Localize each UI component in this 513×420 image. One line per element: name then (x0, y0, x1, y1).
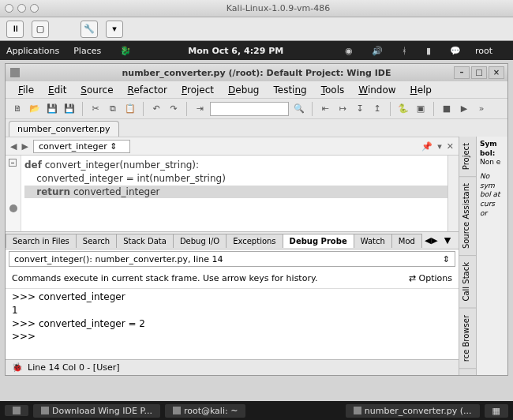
menu-debug[interactable]: Debug (222, 83, 265, 97)
menu-edit[interactable]: Edit (42, 83, 73, 97)
menu-testing[interactable]: Testing (267, 83, 313, 97)
task-wingide[interactable]: number_converter.py (... (346, 404, 480, 418)
code-editor[interactable]: – def convert_integer(number_string): co… (6, 156, 459, 231)
open-icon[interactable]: 📂 (28, 102, 42, 116)
dropdown-button[interactable]: ▾ (106, 21, 123, 38)
symbol-note: No sym bol at curs or (480, 172, 504, 218)
tabs-menu-icon[interactable]: ▼ (441, 235, 454, 246)
stop-icon[interactable]: ■ (440, 102, 454, 116)
status-bar: 🐞 Line 14 Col 0 - [User] (6, 359, 459, 375)
menu-bar: File Edit Source Refactor Project Debug … (6, 81, 507, 99)
recorder-icon[interactable]: ◉ (345, 46, 353, 56)
tab-modules[interactable]: Mod (391, 234, 422, 248)
clock[interactable]: Mon Oct 6, 4:29 PM (188, 46, 283, 56)
new-file-icon[interactable]: 🗎 (10, 102, 24, 116)
tab-debug-probe[interactable]: Debug Probe (283, 234, 354, 248)
volume-icon[interactable]: 🔊 (372, 46, 383, 56)
symbol-info-panel: Sym bol: Non e No sym bol at curs or (476, 137, 507, 375)
menu-window[interactable]: Window (352, 83, 402, 97)
more-icon[interactable]: » (474, 102, 489, 116)
bluetooth-icon[interactable]: ᚼ (402, 46, 407, 56)
cut-icon[interactable]: ✂ (88, 102, 103, 116)
debug-console[interactable]: >>> converted_integer 1 >>> converted_in… (6, 288, 459, 359)
save-all-icon[interactable]: 💾 (62, 102, 77, 116)
breakpoint-marker[interactable] (9, 204, 17, 212)
menu-project[interactable]: Project (175, 83, 220, 97)
side-tab-project[interactable]: Project (459, 137, 476, 177)
step-into-icon[interactable]: ↧ (353, 102, 367, 116)
redo-icon[interactable]: ↷ (167, 102, 181, 116)
wing-ide-window: number_converter.py (/root): Default Pro… (5, 63, 508, 376)
battery-icon[interactable]: ▮ (426, 46, 431, 56)
side-tab-call-stack[interactable]: Call Stack (459, 256, 476, 309)
tab-search-in-files[interactable]: Search in Files (6, 234, 77, 248)
symbol-value: Non e (480, 158, 504, 167)
toolbar: 🗎 📂 💾 💾 ✂ ⧉ 📋 ↶ ↷ ⇥ 🔍 ⇤ ↦ ↧ ↥ 🐍 ▣ ■ ▶ » (6, 99, 507, 119)
nav-forward-icon[interactable]: ▶ (21, 141, 28, 152)
minimize-button[interactable]: – (454, 66, 470, 79)
step-out-icon[interactable]: ↥ (370, 102, 384, 116)
zoom-icon[interactable] (30, 4, 39, 13)
tab-search[interactable]: Search (76, 234, 117, 248)
chat-icon[interactable]: 💬 (450, 46, 461, 56)
options-icon[interactable]: ▾ (437, 141, 442, 152)
places-menu[interactable]: Places (73, 46, 101, 56)
file-tabs: number_converter.py (6, 119, 507, 137)
file-tab[interactable]: number_converter.py (9, 121, 119, 137)
gnome-panel: Applications Places 🐉 Mon Oct 6, 4:29 PM… (0, 41, 513, 60)
settings-button[interactable]: 🔧 (81, 21, 98, 38)
save-icon[interactable]: 💾 (45, 102, 59, 116)
tabs-overflow-icon[interactable]: ◀▶ (421, 235, 441, 246)
workspace-switcher[interactable]: ▦ (485, 404, 508, 418)
side-tab-source-browser[interactable]: rce Browser (459, 309, 476, 369)
menu-file[interactable]: File (12, 83, 40, 97)
task-download[interactable]: Download Wing IDE P... (33, 404, 160, 418)
show-desktop-button[interactable] (5, 405, 28, 416)
side-tab-source-assistant[interactable]: Source Assistant (459, 177, 476, 256)
tab-debug-io[interactable]: Debug I/O (173, 234, 227, 248)
menu-source[interactable]: Source (74, 83, 119, 97)
maximize-button[interactable]: □ (471, 66, 487, 79)
task-terminal[interactable]: root@kali: ~ (165, 404, 246, 418)
fold-marker[interactable]: – (9, 159, 17, 167)
close-icon[interactable] (5, 4, 13, 13)
minimize-icon[interactable] (17, 4, 26, 13)
editor-nav: ◀ ▶ convert_integer ⇕ 📌 ▾ ✕ (6, 137, 459, 156)
dropdown-arrow-icon: ⇕ (443, 254, 450, 264)
pause-button[interactable]: ⏸ (6, 21, 24, 38)
vm-title: Kali-Linux-1.0.9-vm-486 (48, 3, 508, 13)
search-icon[interactable]: 🔍 (292, 102, 306, 116)
paste-icon[interactable]: 📋 (123, 102, 137, 116)
tab-watch[interactable]: Watch (354, 234, 392, 248)
close-editor-icon[interactable]: ✕ (447, 141, 454, 152)
search-input[interactable] (210, 102, 289, 116)
applications-menu[interactable]: Applications (6, 46, 59, 56)
python-icon[interactable]: 🐍 (396, 102, 410, 116)
goto-icon[interactable]: ⇥ (193, 102, 207, 116)
bottom-tabs: Search in Files Search Stack Data Debug … (6, 231, 459, 249)
copy-icon[interactable]: ⧉ (106, 102, 120, 116)
function-dropdown[interactable]: convert_integer ⇕ (33, 140, 130, 153)
snapshot-button[interactable]: ▢ (32, 21, 49, 38)
indent-icon[interactable]: ⇤ (318, 102, 332, 116)
vm-titlebar: Kali-Linux-1.0.9-vm-486 (0, 0, 513, 17)
step-over-icon[interactable]: ↦ (335, 102, 350, 116)
taskbar: Download Wing IDE P... root@kali: ~ numb… (0, 401, 513, 420)
terminal-icon[interactable]: ▣ (414, 102, 428, 116)
nav-back-icon[interactable]: ◀ (10, 141, 17, 152)
menu-refactor[interactable]: Refactor (122, 83, 174, 97)
run-icon[interactable]: ▶ (457, 102, 471, 116)
tab-exceptions[interactable]: Exceptions (226, 234, 283, 248)
pin-icon[interactable]: 📌 (421, 141, 432, 152)
dragon-icon[interactable]: 🐉 (120, 46, 131, 56)
options-link[interactable]: ⇄ Options (409, 273, 452, 283)
stack-frame-selector[interactable]: convert_integer(): number_converter.py, … (9, 251, 455, 267)
vm-toolbar: ⏸ ▢ 🔧 ▾ (0, 17, 513, 41)
user-menu[interactable]: root (475, 46, 492, 56)
undo-icon[interactable]: ↶ (149, 102, 163, 116)
close-button[interactable]: × (489, 66, 504, 79)
menu-tools[interactable]: Tools (315, 83, 351, 97)
tab-stack-data[interactable]: Stack Data (116, 234, 174, 248)
menu-help[interactable]: Help (404, 83, 438, 97)
vertical-scrollbar[interactable] (447, 156, 459, 231)
